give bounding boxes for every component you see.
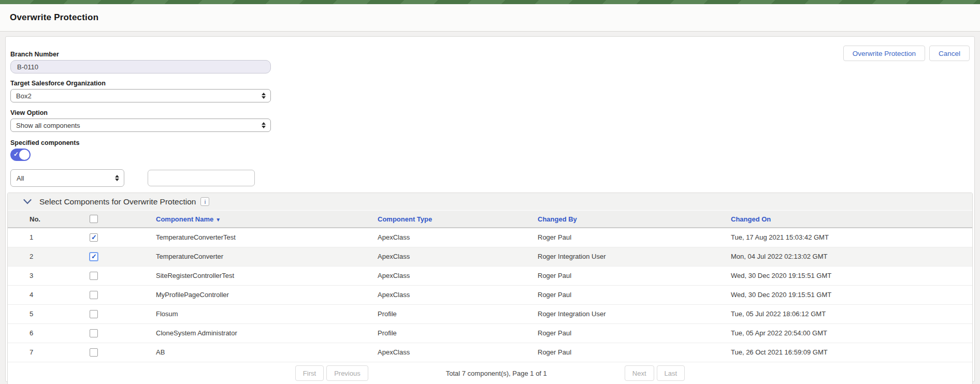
table-row: 2TemperatureConverterApexClassRoger Inte… (8, 247, 972, 266)
brand-top-bar (0, 0, 980, 4)
previous-page-button[interactable]: Previous (326, 365, 368, 381)
component-type-cell: ApexClass (358, 343, 524, 362)
row-checkbox[interactable] (90, 233, 98, 242)
component-name-cell: MyProfilePageController (120, 285, 358, 304)
overwrite-protection-form: Branch Number Target Salesforce Organiza… (6, 37, 271, 187)
column-header-changed-on[interactable]: Changed On (720, 211, 972, 228)
component-type-cell: Profile (358, 304, 524, 323)
view-option-label: View Option (10, 109, 271, 116)
branch-number-input[interactable] (10, 60, 271, 73)
view-option-select[interactable]: Show all components (10, 119, 271, 132)
changed-by-cell: Roger Paul (524, 228, 720, 247)
changed-by-cell: Roger Paul (524, 285, 720, 304)
select-spinner-icon (262, 122, 266, 128)
view-option-value: Show all components (16, 122, 80, 129)
toggle-knob (19, 150, 30, 160)
component-name-cell: TemperatureConverterTest (120, 228, 358, 247)
target-org-value: Box2 (16, 92, 32, 100)
overwrite-protection-panel: Overwrite Protection Cancel Branch Numbe… (5, 36, 975, 382)
checkbox-cell (68, 343, 120, 362)
row-checkbox[interactable] (90, 310, 98, 318)
row-checkbox[interactable] (90, 329, 98, 337)
select-spinner-icon (115, 175, 119, 181)
checkbox-cell (68, 304, 120, 323)
changed-by-cell: Roger Paul (524, 343, 720, 362)
component-type-cell: Profile (358, 323, 524, 343)
select-all-checkbox[interactable] (90, 215, 98, 223)
table-row: 1TemperatureConverterTestApexClassRoger … (8, 228, 972, 247)
specified-components-toggle[interactable]: ✓ (10, 149, 31, 161)
next-page-button[interactable]: Next (625, 365, 654, 381)
checkbox-cell (68, 285, 120, 304)
changed-on-cell: Tue, 17 Aug 2021 15:03:42 GMT (720, 228, 972, 247)
row-number: 6 (8, 323, 68, 343)
checkbox-cell (68, 247, 120, 266)
component-name-cell: SiteRegisterControllerTest (120, 266, 358, 285)
checkbox-cell (68, 228, 120, 247)
pagination-bar: First Previous Total 7 component(s), Pag… (8, 362, 972, 384)
row-number: 2 (8, 247, 68, 266)
table-row: 7ABApexClassRoger PaulTue, 26 Oct 2021 1… (8, 343, 972, 362)
component-type-cell: ApexClass (358, 247, 524, 266)
last-page-button[interactable]: Last (657, 365, 685, 381)
filter-type-select[interactable]: All (10, 169, 124, 187)
column-header-changed-by[interactable]: Changed By (524, 211, 720, 228)
changed-on-cell: Wed, 30 Dec 2020 19:15:51 GMT (720, 266, 972, 285)
checkbox-cell (68, 323, 120, 343)
sort-desc-icon: ▼ (215, 217, 221, 223)
components-table-card: Select Components for Overwrite Protecti… (7, 193, 973, 384)
changed-by-cell: Roger Paul (524, 323, 720, 343)
column-header-no: No. (8, 211, 68, 228)
component-filter-row: All (10, 169, 271, 187)
row-number: 1 (8, 228, 68, 247)
target-org-label: Target Salesforce Organization (10, 80, 271, 87)
info-icon[interactable]: i (200, 197, 209, 206)
page-title: Overwrite Protection (10, 12, 98, 23)
component-name-cell: CloneSystem Administrator (120, 323, 358, 343)
table-row: 6CloneSystem AdministratorProfileRoger P… (8, 323, 972, 343)
row-checkbox[interactable] (90, 253, 98, 261)
toggle-check-icon: ✓ (13, 151, 19, 158)
components-section-header[interactable]: Select Components for Overwrite Protecti… (8, 193, 972, 211)
changed-on-cell: Mon, 04 Jul 2022 02:13:02 GMT (720, 247, 972, 266)
component-name-cell: TemperatureConverter (120, 247, 358, 266)
target-org-select[interactable]: Box2 (10, 89, 271, 102)
changed-by-cell: Roger Integration User (524, 247, 720, 266)
filter-search-input[interactable] (148, 170, 255, 186)
component-name-cell: AB (120, 343, 358, 362)
components-table: No. Component Name▼ Component Type Chang… (8, 211, 972, 362)
column-header-component-type[interactable]: Component Type (358, 211, 524, 228)
changed-on-cell: Tue, 05 Apr 2022 20:54:00 GMT (720, 323, 972, 343)
table-header-row: No. Component Name▼ Component Type Chang… (8, 211, 972, 228)
table-row: 4MyProfilePageControllerApexClassRoger P… (8, 285, 972, 304)
cancel-button[interactable]: Cancel (929, 46, 970, 61)
row-number: 5 (8, 304, 68, 323)
pagination-summary: Total 7 component(s), Page 1 of 1 (446, 370, 547, 377)
overwrite-protection-button[interactable]: Overwrite Protection (843, 46, 925, 61)
component-name-cell: Flosum (120, 304, 358, 323)
table-row: 5FlosumProfileRoger Integration UserTue,… (8, 304, 972, 323)
row-checkbox[interactable] (90, 291, 98, 299)
row-checkbox[interactable] (90, 272, 98, 280)
row-checkbox[interactable] (90, 348, 98, 357)
row-number: 7 (8, 343, 68, 362)
column-header-select-all (68, 211, 120, 228)
first-page-button[interactable]: First (295, 365, 324, 381)
specified-components-label: Specified components (10, 139, 271, 146)
row-number: 4 (8, 285, 68, 304)
row-number: 3 (8, 266, 68, 285)
changed-on-cell: Tue, 26 Oct 2021 16:59:09 GMT (720, 343, 972, 362)
checkbox-cell (68, 266, 120, 285)
component-type-cell: ApexClass (358, 228, 524, 247)
chevron-down-icon[interactable] (23, 199, 32, 205)
table-row: 3SiteRegisterControllerTestApexClassRoge… (8, 266, 972, 285)
changed-by-cell: Roger Paul (524, 266, 720, 285)
component-type-cell: ApexClass (358, 285, 524, 304)
branch-number-label: Branch Number (10, 51, 271, 58)
page-header: Overwrite Protection (0, 4, 980, 32)
column-header-label: Component Name (156, 215, 213, 223)
filter-type-value: All (17, 174, 24, 182)
changed-by-cell: Roger Integration User (524, 304, 720, 323)
column-header-component-name[interactable]: Component Name▼ (120, 211, 358, 228)
component-type-cell: ApexClass (358, 266, 524, 285)
